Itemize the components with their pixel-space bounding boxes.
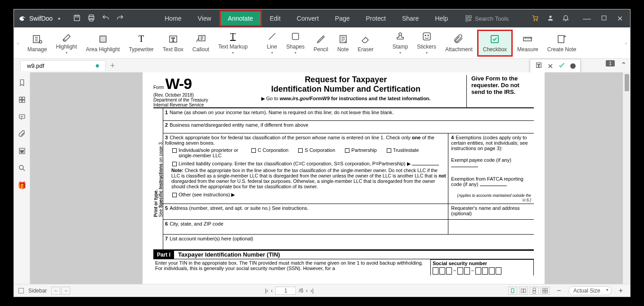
cart-icon[interactable]: [532, 14, 539, 23]
nav-forward-button[interactable]: →: [61, 287, 70, 295]
app-logo-group: SwifDoo ▾: [14, 14, 67, 22]
popup-cross-option[interactable]: ✕: [547, 62, 553, 71]
exempt-payee: Exempt payee code (if any): [451, 157, 511, 163]
zoom-out-button[interactable]: −: [554, 287, 564, 295]
nav-back-button[interactable]: ←: [51, 287, 60, 295]
tool-area-highlight[interactable]: Area Highlight: [81, 30, 124, 57]
svg-rect-44: [543, 288, 545, 290]
gutter-right: [545, 72, 630, 284]
zoom-select[interactable]: Actual Size: [568, 286, 612, 295]
view-continuous-facing[interactable]: [541, 287, 550, 295]
page-input[interactable]: 1: [275, 287, 296, 295]
maximize-icon[interactable]: [601, 15, 607, 22]
last-page-button[interactable]: ›|: [310, 288, 313, 294]
save-icon[interactable]: [73, 14, 81, 23]
menu-view[interactable]: View: [190, 10, 219, 27]
sidebar-toggle-checkbox[interactable]: [18, 288, 24, 293]
view-facing[interactable]: [519, 287, 528, 295]
svg-rect-5: [466, 16, 468, 18]
tool-checkbox[interactable]: Checkbox: [477, 30, 513, 57]
menu-home[interactable]: Home: [157, 10, 189, 27]
svg-rect-28: [558, 35, 564, 43]
svg-rect-45: [546, 288, 547, 290]
menu-share[interactable]: Share: [394, 10, 427, 27]
cb-ccorp: C Corporation: [258, 147, 288, 153]
next-page-button[interactable]: ›: [306, 288, 308, 294]
menu-page[interactable]: Page: [327, 10, 358, 27]
tool-shapes[interactable]: Shapes▾: [282, 30, 309, 57]
popup-dot-option[interactable]: [570, 63, 576, 69]
bell-icon[interactable]: [562, 14, 569, 23]
svg-text:T: T: [537, 63, 540, 68]
tool-text-markup[interactable]: TText Markup▾: [214, 30, 252, 57]
page-navigation: |‹ ‹ 1 /6 › ›|: [265, 287, 313, 295]
ribbon-scroll-left[interactable]: ‹: [14, 27, 22, 58]
tool-measure[interactable]: Measure: [513, 30, 543, 57]
view-single-page[interactable]: [508, 287, 517, 295]
attachments-panel-icon[interactable]: [18, 130, 26, 140]
cb-partnership: Partnership: [351, 147, 376, 153]
tool-pencil[interactable]: Pencil: [309, 30, 333, 57]
ribbon-scroll-right[interactable]: ›: [622, 27, 630, 58]
quick-access-toolbar: [67, 14, 130, 23]
menu-annotate[interactable]: Annotate: [219, 10, 262, 27]
tool-highlight[interactable]: Highlight▾: [51, 30, 81, 57]
menu-protect[interactable]: Protect: [358, 10, 394, 27]
tool-line[interactable]: Line▾: [262, 30, 282, 57]
search-tools-placeholder: Search Tools: [475, 15, 509, 22]
tool-stamp[interactable]: Stamp▾: [388, 30, 413, 57]
tool-create-note[interactable]: Create Note: [543, 30, 581, 57]
menu-convert[interactable]: Convert: [289, 10, 327, 27]
tool-manage[interactable]: Manage: [23, 30, 51, 57]
tool-stickers[interactable]: Stickers▾: [412, 30, 441, 57]
tool-typewriter[interactable]: TTypewriter: [124, 30, 158, 57]
svg-rect-6: [469, 16, 471, 18]
popup-check-option[interactable]: [558, 61, 566, 71]
menu-help[interactable]: Help: [427, 10, 456, 27]
line-7: List account number(s) here (optional): [170, 236, 253, 241]
tool-textbox[interactable]: TText Box: [158, 30, 188, 57]
popup-text-option[interactable]: T: [535, 61, 543, 71]
svg-text:T: T: [171, 36, 175, 43]
dept-line1: Department of the Treasury: [153, 98, 223, 102]
word-export-icon[interactable]: W: [18, 147, 26, 157]
first-page-button[interactable]: |‹: [265, 288, 268, 294]
search-tools[interactable]: Search Tools: [465, 15, 509, 22]
thumbnails-icon[interactable]: [18, 96, 26, 106]
left-side-rail: W 🎁: [14, 72, 30, 284]
print-strip: Print or type.See Specific Instructions …: [153, 108, 163, 249]
user-icon[interactable]: [547, 14, 554, 23]
close-icon[interactable]: ✕: [617, 14, 623, 23]
tool-attachment[interactable]: Attachment: [441, 30, 477, 57]
document-viewport[interactable]: Form W-9 (Rev. October 2018) Department …: [30, 72, 630, 284]
view-continuous[interactable]: [530, 287, 539, 295]
vertical-scrollbar[interactable]: [623, 72, 630, 284]
gutter-left: [30, 72, 143, 284]
app-menu-caret[interactable]: ▾: [55, 16, 63, 21]
zoom-in-button[interactable]: +: [616, 287, 626, 295]
form-number: W-9: [165, 75, 192, 92]
svg-rect-15: [100, 36, 106, 42]
document-tab[interactable]: w9.pdf: [20, 60, 106, 71]
search-panel-icon[interactable]: [18, 164, 26, 174]
add-tab-button[interactable]: +: [106, 61, 120, 71]
tool-note[interactable]: Note: [333, 30, 353, 57]
goto-line: ▶ Go to www.irs.gov/FormW9 for instructi…: [225, 96, 466, 102]
sidebar-label[interactable]: Sidebar: [28, 288, 47, 294]
svg-point-11: [549, 15, 551, 18]
tool-eraser[interactable]: Eraser: [353, 30, 378, 57]
form-title-1: Request for Taxpayer: [225, 75, 466, 84]
prev-page-button[interactable]: ‹: [271, 288, 273, 294]
tool-callout[interactable]: Callout: [188, 30, 214, 57]
comments-icon[interactable]: [18, 113, 26, 123]
undo-icon[interactable]: [102, 14, 110, 23]
minimize-icon[interactable]: —: [583, 14, 591, 23]
bookmark-icon[interactable]: [18, 79, 26, 89]
gift-icon[interactable]: 🎁: [18, 181, 27, 190]
print-icon[interactable]: [87, 14, 95, 23]
menu-edit[interactable]: Edit: [262, 10, 289, 27]
svg-rect-32: [22, 97, 24, 99]
tab-filename: w9.pdf: [27, 62, 44, 69]
collapse-ribbon-button[interactable]: ⌃: [621, 61, 626, 69]
redo-icon[interactable]: [116, 14, 124, 23]
